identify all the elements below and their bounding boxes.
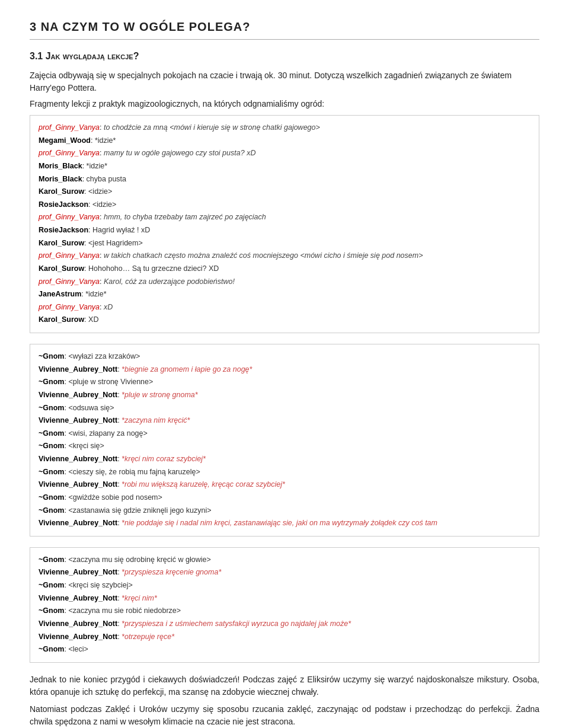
intro-paragraph: Zajęcia odbywają się w specjalnych pokoj… — [30, 69, 539, 94]
chat-line: prof_Ginny_Vanya: mamy tu w ogóle gajowe… — [39, 147, 530, 159]
chat-line: Vivienne_Aubrey_Nott: *nie poddaje się i… — [39, 517, 530, 529]
chat-line: Vivienne_Aubrey_Nott: *robi mu większą k… — [39, 478, 530, 491]
chat-line: ~Gnom: <kręci się> — [39, 440, 530, 452]
chat-line: Vivienne_Aubrey_Nott: *zaczyna nim kręci… — [39, 414, 530, 427]
chat-line: Vivienne_Aubrey_Nott: *kręci nim* — [39, 592, 530, 605]
chat-line: RosieJackson: Hagrid wyłaź ! xD — [39, 224, 530, 237]
outro-para-2: Natomiast podczas Zaklęć i Uroków uczymy… — [30, 703, 539, 728]
chat-line: ~Gnom: <zaczyna mu sie robić niedobrze> — [39, 605, 530, 617]
chat-line: Vivienne_Aubrey_Nott: *przyspiesza kręce… — [39, 566, 530, 579]
chat-line: JaneAstrum: *idzie* — [39, 288, 530, 301]
fragment-label: Fragmenty lekcji z praktyk magizoologicz… — [30, 98, 539, 110]
chat-line: Karol_Surow: <idzie> — [39, 186, 530, 198]
chat-line: RosieJackson: <idzie> — [39, 199, 530, 211]
chat-line: prof_Ginny_Vanya: w takich chatkach częs… — [39, 250, 530, 262]
chat-line: ~Gnom: <gwiżdże sobie pod nosem> — [39, 491, 530, 504]
chat-box-3: ~Gnom: <zaczyna mu się odrobinę kręcić w… — [30, 547, 539, 663]
chat-box-1: prof_Ginny_Vanya: to chodźcie za mną <mó… — [30, 115, 539, 333]
outro-section: Jednak to nie koniec przygód i ciekawych… — [30, 673, 539, 728]
chat-line: Vivienne_Aubrey_Nott: *biegnie za gnomem… — [39, 363, 530, 376]
chat-line: ~Gnom: <wisi, złapany za nogę> — [39, 427, 530, 440]
chat-line: Vivienne_Aubrey_Nott: *pluje w stronę gn… — [39, 389, 530, 401]
chat-line: ~Gnom: <odsuwa się> — [39, 402, 530, 414]
chat-line: ~Gnom: <pluje w stronę Vivienne> — [39, 376, 530, 388]
chat-line: Vivienne_Aubrey_Nott: *kręci nim coraz s… — [39, 453, 530, 465]
chat-line: ~Gnom: <zastanawia się gdzie zniknęli je… — [39, 505, 530, 517]
heading1: 3 Na czym to w ogóle polega? — [30, 18, 539, 40]
chat-line: ~Gnom: <wyłazi zza krzaków> — [39, 350, 530, 363]
chat-line: Megami_Wood: *idzie* — [39, 135, 530, 147]
chat-line: Moris_Black: chyba pusta — [39, 173, 530, 186]
chat-line: Vivienne_Aubrey_Nott: *otrzepuje ręce* — [39, 631, 530, 643]
chat-line: Vivienne_Aubrey_Nott: *przyspiesza i z u… — [39, 618, 530, 630]
chat-line: Karol_Surow: <jest Hagridem> — [39, 237, 530, 250]
chat-line: ~Gnom: <zaczyna mu się odrobinę kręcić w… — [39, 554, 530, 566]
chat-line: ~Gnom: <leci> — [39, 643, 530, 656]
chat-line: prof_Ginny_Vanya: Karol, cóż za uderzają… — [39, 276, 530, 288]
chat-line: Karol_Surow: Hohohoho… Są tu grzeczne dz… — [39, 263, 530, 275]
chat-line: prof_Ginny_Vanya: to chodźcie za mną <mó… — [39, 122, 530, 134]
chat-line: Karol_Surow: XD — [39, 314, 530, 326]
chat-box-2: ~Gnom: <wyłazi zza krzaków>Vivienne_Aubr… — [30, 344, 539, 537]
chat-line: prof_Ginny_Vanya: xD — [39, 301, 530, 314]
chat-line: Moris_Black: *idzie* — [39, 160, 530, 173]
heading2: 3.1 Jak wyglądają lekcje? — [30, 49, 539, 63]
chat-line: prof_Ginny_Vanya: hmm, to chyba trzebaby… — [39, 211, 530, 223]
chat-line: ~Gnom: <cieszy się, że robią mu fajną ka… — [39, 466, 530, 478]
outro-para-1: Jednak to nie koniec przygód i ciekawych… — [30, 673, 539, 698]
chat-line: ~Gnom: <kręci się szybciej> — [39, 579, 530, 592]
